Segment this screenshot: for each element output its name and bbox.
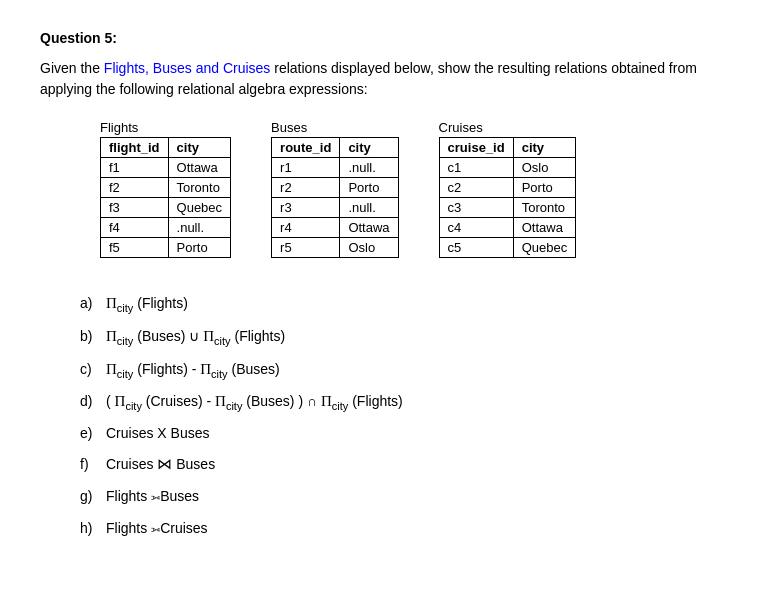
expression-item: d)( Πcity (Cruises) - Πcity (Buses) ) ∩ … — [80, 386, 727, 417]
table-row: r4Ottawa — [272, 218, 398, 238]
table-cell: f2 — [101, 178, 169, 198]
table-cell: Quebec — [168, 198, 231, 218]
cruises-col-header-1: city — [513, 138, 576, 158]
table-cell: r5 — [272, 238, 340, 258]
flights-label: Flights — [100, 120, 231, 135]
table-cell: c2 — [439, 178, 513, 198]
flights-col-header-0: flight_id — [101, 138, 169, 158]
question-text: Given the Flights, Buses and Cruises rel… — [40, 58, 727, 100]
expression-item: f)Cruises ⋈ Buses — [80, 449, 727, 479]
expression-label: d) — [80, 387, 102, 415]
cruises-label: Cruises — [439, 120, 577, 135]
cruises-col-header-0: cruise_id — [439, 138, 513, 158]
table-row: c5Quebec — [439, 238, 576, 258]
table-cell: Quebec — [513, 238, 576, 258]
expression-label: a) — [80, 289, 102, 317]
table-cell: .null. — [168, 218, 231, 238]
expression-item: h)Flights ⟕Cruises — [80, 513, 727, 543]
table-cell: c4 — [439, 218, 513, 238]
expression-label: g) — [80, 482, 102, 510]
flights-col-header-1: city — [168, 138, 231, 158]
buses-label: Buses — [271, 120, 398, 135]
expression-content: Flights ⟕Cruises — [106, 513, 208, 543]
table-cell: Ottawa — [340, 218, 398, 238]
expression-label: e) — [80, 419, 102, 447]
table-row: r2Porto — [272, 178, 398, 198]
table-cell: .null. — [340, 158, 398, 178]
highlight-text: Flights, Buses and Cruises — [104, 60, 271, 76]
expression-content: Πcity (Buses) ∪ Πcity (Flights) — [106, 321, 285, 352]
table-row: c1Oslo — [439, 158, 576, 178]
table-cell: c3 — [439, 198, 513, 218]
table-cell: Porto — [513, 178, 576, 198]
table-cell: f1 — [101, 158, 169, 178]
cruises-table: cruise_id city c1Osloc2Portoc3Torontoc4O… — [439, 137, 577, 258]
table-row: c2Porto — [439, 178, 576, 198]
table-cell: Oslo — [340, 238, 398, 258]
table-row: f3Quebec — [101, 198, 231, 218]
expressions-list: a)Πcity (Flights)b)Πcity (Buses) ∪ Πcity… — [80, 288, 727, 543]
table-row: r1.null. — [272, 158, 398, 178]
table-cell: c1 — [439, 158, 513, 178]
table-row: f2Toronto — [101, 178, 231, 198]
table-cell: r1 — [272, 158, 340, 178]
table-cell: r4 — [272, 218, 340, 238]
expression-label: f) — [80, 450, 102, 478]
table-cell: r3 — [272, 198, 340, 218]
table-row: r5Oslo — [272, 238, 398, 258]
expression-label: c) — [80, 355, 102, 383]
cruises-table-section: Cruises cruise_id city c1Osloc2Portoc3To… — [439, 120, 577, 258]
buses-table-section: Buses route_id city r1.null.r2Portor3.nu… — [271, 120, 398, 258]
expression-label: h) — [80, 514, 102, 542]
expression-item: g)Flights ⟕Buses — [80, 481, 727, 511]
table-row: c3Toronto — [439, 198, 576, 218]
table-row: c4Ottawa — [439, 218, 576, 238]
buses-col-header-1: city — [340, 138, 398, 158]
table-row: r3.null. — [272, 198, 398, 218]
table-row: f4.null. — [101, 218, 231, 238]
table-row: f1Ottawa — [101, 158, 231, 178]
table-cell: .null. — [340, 198, 398, 218]
table-cell: Porto — [168, 238, 231, 258]
table-cell: r2 — [272, 178, 340, 198]
expression-content: Cruises X Buses — [106, 419, 209, 447]
expression-content: ( Πcity (Cruises) - Πcity (Buses) ) ∩ Πc… — [106, 386, 403, 417]
expression-item: b)Πcity (Buses) ∪ Πcity (Flights) — [80, 321, 727, 352]
table-cell: c5 — [439, 238, 513, 258]
flights-table-section: Flights flight_id city f1Ottawaf2Toronto… — [100, 120, 231, 258]
table-cell: Oslo — [513, 158, 576, 178]
table-cell: f3 — [101, 198, 169, 218]
expression-item: c)Πcity (Flights) - Πcity (Buses) — [80, 354, 727, 385]
table-row: f5Porto — [101, 238, 231, 258]
expression-item: e)Cruises X Buses — [80, 419, 727, 447]
table-cell: f4 — [101, 218, 169, 238]
table-cell: Ottawa — [168, 158, 231, 178]
expression-content: Flights ⟕Buses — [106, 481, 199, 511]
table-cell: f5 — [101, 238, 169, 258]
table-cell: Toronto — [168, 178, 231, 198]
expression-content: Cruises ⋈ Buses — [106, 449, 215, 479]
table-cell: Porto — [340, 178, 398, 198]
buses-table: route_id city r1.null.r2Portor3.null.r4O… — [271, 137, 398, 258]
buses-col-header-0: route_id — [272, 138, 340, 158]
expression-content: Πcity (Flights) - Πcity (Buses) — [106, 354, 280, 385]
table-cell: Ottawa — [513, 218, 576, 238]
tables-container: Flights flight_id city f1Ottawaf2Toronto… — [100, 120, 727, 258]
expression-item: a)Πcity (Flights) — [80, 288, 727, 319]
question-title: Question 5: — [40, 30, 727, 46]
expression-label: b) — [80, 322, 102, 350]
table-cell: Toronto — [513, 198, 576, 218]
expression-content: Πcity (Flights) — [106, 288, 188, 319]
flights-table: flight_id city f1Ottawaf2Torontof3Quebec… — [100, 137, 231, 258]
